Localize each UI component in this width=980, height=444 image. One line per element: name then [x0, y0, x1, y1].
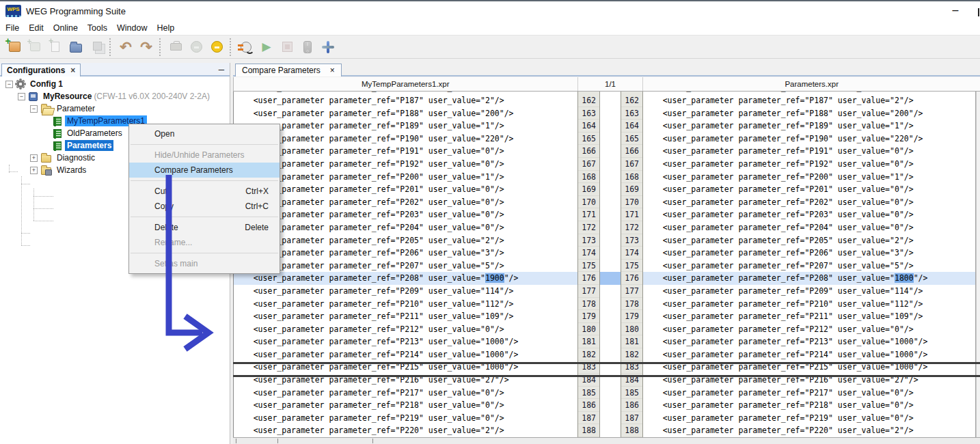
xml-line-177-left[interactable]: <user_parameter parameter_ref="P209" use… [234, 285, 577, 298]
xml-line-165-left[interactable]: <user_parameter parameter_ref="P190" use… [234, 133, 577, 145]
toolbar-communication-icon[interactable] [318, 38, 338, 57]
toolbar-undo-icon[interactable] [115, 38, 136, 57]
xml-line-187-right[interactable]: <user_parameter parameter_ref="P219" use… [643, 412, 975, 425]
xml-line-177-right[interactable]: <user_parameter parameter_ref="P209" use… [643, 285, 975, 298]
menu-help[interactable]: Help [153, 22, 179, 34]
xml-line-171-right[interactable]: <user_parameter parameter_ref="P203" use… [643, 208, 975, 221]
xml-line-172-left[interactable]: <user_parameter parameter_ref="P204" use… [234, 221, 577, 234]
xml-line-186-left[interactable]: <user_parameter parameter_ref="P218" use… [234, 399, 577, 412]
context-menu-item-open[interactable]: Open [129, 126, 280, 141]
toolbar-connect-icon[interactable] [236, 38, 256, 57]
xml-line-175-right[interactable]: <user_parameter parameter_ref="P207" use… [643, 260, 975, 273]
maximize-button[interactable] [978, 8, 979, 16]
xml-line-176-left[interactable]: <user_parameter parameter_ref="P208" use… [234, 272, 577, 285]
menu-window[interactable]: Window [113, 22, 151, 34]
toolbar-open-project-icon[interactable] [66, 38, 86, 57]
tree-item-myresource[interactable]: −MyResource (CFW-11 v6.0X 200-240V 2-2A) [18, 90, 210, 102]
xml-line-182-left[interactable]: <user_parameter parameter_ref="P214" use… [234, 348, 577, 361]
line-number: 186 [578, 399, 599, 412]
tree-guide [21, 233, 30, 234]
toolbar-separator [159, 38, 163, 56]
expand-icon[interactable]: + [30, 154, 38, 162]
toolbar-new-resource-icon [25, 38, 45, 57]
xml-line-167-left[interactable]: <user_parameter parameter_ref="P192" use… [234, 158, 577, 171]
xml-line-162-right[interactable]: <user_parameter parameter_ref="P187" use… [643, 94, 975, 107]
xml-line-188-left[interactable]: <user_parameter parameter_ref="P220" use… [234, 424, 577, 437]
context-menu-item-compare-parameters[interactable]: Compare Parameters [129, 163, 280, 178]
xml-line-182-right[interactable]: <user_parameter parameter_ref="P214" use… [643, 348, 975, 361]
xml-line-185-left[interactable]: <user_parameter parameter_ref="P217" use… [234, 387, 577, 400]
toolbar-run-icon[interactable] [256, 38, 277, 57]
xml-line-173-right[interactable]: <user_parameter parameter_ref="P205" use… [643, 234, 975, 247]
left-xml-pane: _ _ _ <user_parameter parameter_ref="P18… [233, 92, 577, 437]
xml-line-166-right[interactable]: <user_parameter parameter_ref="P191" use… [643, 145, 975, 158]
user-value: 0 [895, 159, 899, 169]
xml-line-163-right[interactable]: <user_parameter parameter_ref="P188" use… [643, 107, 975, 120]
xml-line-165-right[interactable]: <user_parameter parameter_ref="P190" use… [643, 133, 975, 145]
xml-line-181-right[interactable]: <user_parameter parameter_ref="P213" use… [643, 335, 975, 348]
tree-item-diagnostic[interactable]: +Diagnostic [30, 152, 97, 164]
xml-line-164-left[interactable]: <user_parameter parameter_ref="P189" use… [234, 120, 577, 133]
toolbar-separator [230, 38, 233, 56]
xml-line-174-left[interactable]: <user_parameter parameter_ref="P206" use… [234, 247, 577, 260]
collapse-icon[interactable]: − [30, 105, 38, 113]
tree-item-config-1[interactable]: −Config 1 [5, 78, 65, 90]
context-menu-item-delete[interactable]: DeleteDelete [129, 220, 280, 235]
expand-icon[interactable]: + [30, 167, 38, 174]
toolbar-new-configuration-icon[interactable] [4, 38, 25, 57]
line-number: 172 [621, 221, 642, 234]
xml-line-186-right[interactable]: <user_parameter parameter_ref="P218" use… [643, 399, 975, 412]
panel-minimize-button[interactable]: – [215, 64, 228, 76]
menu-tools[interactable]: Tools [83, 22, 111, 34]
xml-line-173-left[interactable]: <user_parameter parameter_ref="P205" use… [234, 234, 577, 247]
xml-line-167-right[interactable]: <user_parameter parameter_ref="P192" use… [643, 158, 975, 171]
xml-line-172-right[interactable]: <user_parameter parameter_ref="P204" use… [643, 221, 975, 234]
xml-line-175-left[interactable]: <user_parameter parameter_ref="P207" use… [234, 260, 577, 273]
xml-line-187-left[interactable]: <user_parameter parameter_ref="P219" use… [234, 412, 577, 425]
xml-line-168-left[interactable]: <user_parameter parameter_ref="P200" use… [234, 171, 577, 184]
menu-edit[interactable]: Edit [25, 22, 48, 34]
xml-line-166-left[interactable]: <user_parameter parameter_ref="P191" use… [234, 145, 577, 158]
tree-item-parameter[interactable]: −Parameter [30, 102, 97, 115]
menu-online[interactable]: Online [49, 22, 82, 34]
xml-line-181-left[interactable]: <user_parameter parameter_ref="P213" use… [234, 335, 577, 348]
collapse-icon[interactable]: − [18, 93, 25, 100]
xml-line-180-left[interactable]: <user_parameter parameter_ref="P212" use… [234, 323, 577, 336]
minimize-button[interactable]: – [947, 1, 964, 20]
tab-compare-parameters[interactable]: Compare Parameters × [235, 64, 342, 77]
context-menu-item-label: Cut [154, 184, 245, 199]
tree-guide [33, 189, 34, 221]
xml-line-174-right[interactable]: <user_parameter parameter_ref="P206" use… [643, 247, 975, 260]
tab-configurations[interactable]: Configurations × [1, 64, 81, 77]
context-menu-item-cut[interactable]: CutCtrl+X [129, 184, 280, 199]
tree-item-oldparameters[interactable]: OldParameters [53, 127, 124, 139]
toolbar-redo-icon[interactable] [136, 38, 156, 57]
menu-file[interactable]: File [1, 22, 23, 34]
xml-line-163-left[interactable]: <user_parameter parameter_ref="P188" use… [234, 107, 577, 120]
xml-line-170-left[interactable]: <user_parameter parameter_ref="P202" use… [234, 196, 577, 209]
xml-line-180-right[interactable]: <user_parameter parameter_ref="P212" use… [643, 323, 975, 336]
xml-line-170-right[interactable]: <user_parameter parameter_ref="P202" use… [643, 196, 975, 209]
tree-item-wizards[interactable]: +Wizards [30, 164, 88, 176]
xml-line-168-right[interactable]: <user_parameter parameter_ref="P200" use… [643, 171, 975, 184]
xml-line-179-right[interactable]: <user_parameter parameter_ref="P211" use… [643, 310, 975, 323]
xml-line-178-right[interactable]: <user_parameter parameter_ref="P210" use… [643, 298, 975, 311]
collapse-icon[interactable]: − [5, 81, 13, 88]
vertical-scrollbar[interactable] [976, 92, 980, 437]
toolbar-upload-icon[interactable] [206, 38, 227, 57]
close-icon[interactable]: × [70, 66, 75, 75]
xml-line-169-right[interactable]: <user_parameter parameter_ref="P201" use… [643, 183, 975, 196]
xml-line-176-right[interactable]: <user_parameter parameter_ref="P208" use… [643, 272, 975, 285]
xml-line-179-left[interactable]: <user_parameter parameter_ref="P211" use… [234, 310, 577, 323]
xml-line-169-left[interactable]: <user_parameter parameter_ref="P201" use… [234, 183, 577, 196]
tree-item-parameters[interactable]: Parameters [53, 139, 113, 152]
xml-line-164-right[interactable]: <user_parameter parameter_ref="P189" use… [643, 120, 975, 133]
xml-line-178-left[interactable]: <user_parameter parameter_ref="P210" use… [234, 298, 577, 311]
close-icon[interactable]: × [330, 66, 335, 75]
context-menu-item-copy[interactable]: CopyCtrl+C [129, 199, 280, 214]
line-number: 182 [621, 348, 642, 361]
xml-line-188-right[interactable]: <user_parameter parameter_ref="P220" use… [643, 424, 975, 437]
xml-line-162-left[interactable]: <user_parameter parameter_ref="P187" use… [234, 94, 577, 107]
xml-line-171-left[interactable]: <user_parameter parameter_ref="P203" use… [234, 208, 577, 221]
xml-line-185-right[interactable]: <user_parameter parameter_ref="P217" use… [643, 387, 975, 400]
